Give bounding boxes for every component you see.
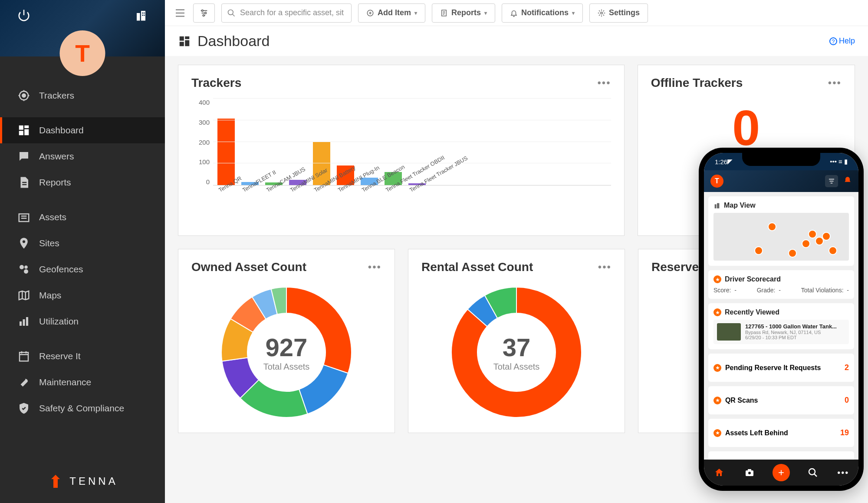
phone-map-card[interactable]: Map View [708, 196, 854, 266]
phone-map[interactable] [713, 213, 849, 261]
search-input[interactable]: Search for a specific asset, sit [221, 3, 352, 23]
sidebar-item-label: Geofences [39, 264, 83, 275]
donut-value: 927 [263, 333, 310, 362]
search-icon [227, 9, 236, 17]
tracker-icon [17, 89, 30, 102]
phone-nav-camera[interactable] [742, 465, 757, 480]
donut-label: Total Assets [493, 362, 540, 372]
sidebar-item-utilization[interactable]: Utilization [0, 308, 165, 334]
phone-recent-item[interactable]: 127765 - 1000 Gallon Water Tank... Bypas… [713, 320, 849, 344]
svg-rect-20 [23, 319, 25, 326]
notifications-button[interactable]: Notifications ▾ [502, 3, 583, 23]
phone-bell-icon[interactable] [843, 175, 852, 187]
phone-mockup: 1:26◤ ••• ≡ ▮ T Map View [699, 148, 864, 491]
svg-point-26 [228, 10, 233, 15]
bar[interactable] [217, 119, 235, 185]
card-title: Trackers [191, 76, 241, 90]
sidebar-logo: TENNA [0, 460, 165, 503]
building-icon [713, 202, 720, 209]
svg-rect-9 [24, 126, 29, 128]
dashboard-icon [17, 124, 30, 137]
phone-scorecard[interactable]: ★Driver Scorecard Score: - Grade: - Tota… [708, 270, 854, 299]
sidebar-item-label: Answers [39, 151, 74, 162]
page-title: Dashboard [197, 33, 829, 50]
donut-slice[interactable] [299, 365, 348, 414]
wrench-icon [17, 376, 30, 389]
shield-icon [17, 402, 30, 415]
phone-stat-row[interactable]: ★ Submitted DVIR [708, 451, 854, 460]
card-menu-icon[interactable]: ••• [828, 77, 842, 89]
card-title: Rental Asset Count [421, 260, 533, 274]
svg-point-17 [24, 269, 28, 274]
sidebar-item-dashboard[interactable]: Dashboard [0, 117, 165, 143]
reports-button[interactable]: Reports ▾ [432, 3, 495, 23]
sidebar-item-label: Safety & Compliance [39, 403, 124, 414]
sidebar-item-answers[interactable]: Answers [0, 143, 165, 169]
asset-thumbnail [717, 323, 741, 341]
svg-rect-19 [20, 321, 22, 326]
svg-rect-30 [180, 36, 184, 40]
avatar[interactable]: T [60, 30, 105, 76]
add-item-button[interactable]: Add Item ▾ [358, 3, 425, 23]
sidebar-item-maintenance[interactable]: Maintenance [0, 369, 165, 395]
sidebar-item-safety[interactable]: Safety & Compliance [0, 395, 165, 421]
tenna-logo-icon [47, 473, 64, 490]
card-menu-icon[interactable]: ••• [597, 77, 611, 89]
svg-rect-22 [20, 352, 28, 361]
phone-nav-search[interactable] [805, 465, 820, 480]
sidebar-item-geofences[interactable]: Geofences [0, 256, 165, 282]
phone-nav-more[interactable]: ••• [835, 465, 851, 480]
svg-point-29 [601, 12, 603, 14]
badge-icon: ★ [713, 397, 721, 404]
sidebar-item-reports[interactable]: Reports [0, 169, 165, 195]
sidebar-item-label: Reserve It [39, 351, 81, 361]
help-link[interactable]: ?Help [829, 36, 855, 46]
power-icon[interactable] [17, 9, 30, 22]
svg-rect-10 [24, 129, 29, 136]
dashboard-icon [178, 35, 191, 48]
svg-rect-34 [715, 204, 717, 208]
sidebar-header: T [0, 0, 165, 56]
building-icon[interactable] [135, 9, 148, 22]
sidebar-item-reserveit[interactable]: Reserve It [0, 343, 165, 369]
search-placeholder: Search for a specific asset, sit [240, 8, 344, 17]
phone-nav-home[interactable] [712, 465, 727, 480]
calendar-icon [17, 350, 30, 363]
sidebar-item-label: Sites [39, 238, 59, 248]
filter-button[interactable] [193, 3, 215, 23]
card-menu-icon[interactable]: ••• [598, 261, 612, 273]
sidebar-item-sites[interactable]: Sites [0, 230, 165, 256]
phone-stat-row[interactable]: ★ Assets Left Behind19 [708, 419, 854, 447]
hamburger-icon[interactable] [174, 7, 187, 20]
sidebar-item-label: Maintenance [39, 377, 91, 387]
donut-label: Total Assets [263, 362, 310, 372]
phone-header: T [704, 170, 858, 192]
svg-rect-38 [748, 469, 751, 471]
trackers-card: Trackers ••• 4003002001000 Tenna QRTenna… [178, 65, 625, 236]
svg-point-16 [20, 265, 24, 269]
rental-asset-card: Rental Asset Count ••• 37 Total Assets [408, 249, 625, 433]
card-menu-icon[interactable]: ••• [368, 261, 381, 273]
offline-value: 0 [651, 103, 842, 153]
phone-stat-row[interactable]: ★ Pending Reserve It Requests2 [708, 354, 854, 382]
trackers-barchart: 4003002001000 Tenna QRTennaFLEET IITenna… [191, 99, 611, 225]
phone-nav-add[interactable]: + [773, 464, 790, 481]
sidebar-item-maps[interactable]: Maps [0, 282, 165, 308]
phone-body: Map View ★Driver Scorecard Score: - Grad… [704, 192, 858, 460]
utilization-icon [17, 315, 30, 328]
svg-rect-8 [19, 126, 23, 130]
phone-stat-row[interactable]: ★ QR Scans0 [708, 386, 854, 414]
svg-point-37 [748, 472, 751, 474]
settings-button[interactable]: Settings [589, 3, 648, 23]
phone-filter-button[interactable] [825, 175, 838, 187]
owned-donut: 927 Total Assets [191, 283, 381, 422]
location-icon: ◤ [727, 158, 733, 165]
tenna-logo-text: TENNA [69, 475, 118, 487]
signal-icon: ••• ≡ ▮ [830, 158, 848, 165]
sidebar-item-trackers[interactable]: Trackers [0, 83, 165, 109]
phone-avatar[interactable]: T [710, 175, 723, 188]
geofences-icon [17, 263, 30, 276]
badge-icon: ★ [713, 429, 721, 437]
page-title-row: Dashboard ?Help [165, 26, 868, 56]
sidebar-item-assets[interactable]: Assets [0, 204, 165, 230]
